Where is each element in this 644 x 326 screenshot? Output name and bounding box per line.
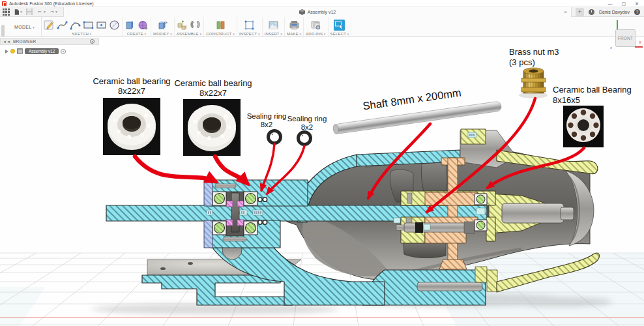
assembly-root-item[interactable]: Assembly v12 <box>25 48 59 54</box>
bottom-rod <box>417 282 482 291</box>
new-tab-button[interactable]: + <box>576 8 584 16</box>
label-seal1-line1: Sealing ring <box>247 112 287 120</box>
browser-root-row[interactable]: Assembly v12 <box>0 48 99 54</box>
ribbon-group-inspect: INSPECT <box>237 17 263 37</box>
view-cube[interactable]: FRONT X z <box>611 26 643 53</box>
group-label-insert[interactable]: INSERT <box>265 32 282 36</box>
label-seal2-line2: 8x2 <box>301 123 314 131</box>
group-label-select[interactable]: SELECT <box>330 32 349 36</box>
rectangle-tool-icon[interactable] <box>83 20 94 31</box>
group-label-modify[interactable]: MODIFY <box>153 32 172 36</box>
press-pull-icon[interactable] <box>157 20 168 31</box>
group-label-create[interactable]: CREATE <box>127 32 146 36</box>
joint-icon[interactable] <box>190 20 201 31</box>
minimize-button[interactable]: — <box>608 0 613 7</box>
new-body-icon[interactable] <box>124 20 136 31</box>
axis-x-label: X <box>639 40 641 44</box>
title-bar: Autodesk Fusion 360 (Education License) … <box>0 0 644 7</box>
visibility-bulb-icon[interactable] <box>10 49 15 53</box>
construction-plane-icon[interactable] <box>215 20 226 31</box>
label-bearing2-line2: 8x22x7 <box>199 88 227 98</box>
tab-close-button[interactable]: × <box>564 9 567 15</box>
center-rectangle-tool-icon[interactable] <box>96 20 107 31</box>
save-button[interactable] <box>26 8 35 16</box>
workspace-label: MODEL <box>14 25 35 29</box>
close-button[interactable]: ✕ <box>635 0 639 7</box>
small-bearing-section <box>475 194 487 231</box>
panel-handle[interactable] <box>1 25 5 37</box>
brass-nut-section <box>415 222 423 233</box>
bearing-photo-1 <box>103 98 160 155</box>
addins-icon[interactable] <box>310 20 321 31</box>
job-status-icon[interactable] <box>589 9 594 15</box>
label-bearing1-line1: Ceramic ball bearing <box>93 76 170 86</box>
tab-bar: ▼ ▼ ▼ Assembly v12 × + Denis Davydov ? <box>0 7 644 17</box>
undo-button[interactable]: ▼ <box>38 8 46 16</box>
axis-y-line <box>617 20 618 29</box>
cube-icon <box>299 9 305 15</box>
label-nut-line1: Brass nut m3 <box>509 47 559 57</box>
ribbon-group-make: MAKE <box>285 17 304 37</box>
label-bearing2-line1: Ceramic ball bearing <box>174 78 252 88</box>
document-tab[interactable]: Assembly v12 × <box>63 7 572 17</box>
group-label-sketch[interactable]: SKETCH <box>72 32 92 36</box>
select-tool-icon[interactable] <box>334 20 345 31</box>
label-nut-line2: (3 pcs) <box>509 57 535 67</box>
circle-tool-icon[interactable] <box>109 20 120 31</box>
label-bearing1-line2: 8x22x7 <box>118 86 145 96</box>
quick-access-toolbar: ▼ ▼ ▼ <box>0 8 58 16</box>
user-account[interactable]: Denis Davydov <box>599 10 630 14</box>
new-component-icon[interactable] <box>177 20 188 31</box>
ribbon-group-sketch: SKETCH <box>42 17 123 37</box>
axis-z-label: z <box>610 46 612 50</box>
ribbon-group-modify: MODIFY <box>151 17 175 37</box>
fusion-logo-icon <box>2 1 7 6</box>
label-bearing3-line2: 8x16x5 <box>553 95 580 105</box>
axis-x-line <box>635 46 643 48</box>
browser-header[interactable]: ◄◄ BROWSER <box>0 38 99 45</box>
label-seal2-line1: Sealing ring <box>287 115 327 123</box>
group-label-addins[interactable]: ADD-INS <box>306 32 325 36</box>
motor-cylinder <box>502 203 564 223</box>
activate-radio-icon[interactable] <box>61 49 66 54</box>
ribbon-toolbar: MODEL SKETCH CREATE MODIFY ASSEMBLE <box>0 17 644 37</box>
ribbon-group-insert: INSERT <box>263 17 285 37</box>
app-grid-icon[interactable] <box>3 8 11 16</box>
viewport-canvas[interactable]: Ceramic ball bearing 8x22x7 Ceramic ball… <box>0 37 644 326</box>
ribbon-group-create: CREATE <box>123 17 151 37</box>
ribbon-group-select: SELECT <box>329 17 352 37</box>
3d-print-icon[interactable] <box>289 20 300 31</box>
bearing-photo-3 <box>563 106 604 147</box>
ribbon-group-assemble: ASSEMBLE <box>175 17 204 37</box>
window-title: Autodesk Fusion 360 (Education License) <box>9 1 94 6</box>
measure-icon[interactable] <box>244 20 255 31</box>
bearing-photo-2 <box>183 99 241 156</box>
spline-icon[interactable] <box>57 20 68 31</box>
create-sketch-icon[interactable] <box>44 20 55 31</box>
group-label-assemble[interactable]: ASSEMBLE <box>177 32 201 36</box>
label-bearing3-line1: Ceramic ball Bearing <box>553 85 632 95</box>
component-icon <box>17 48 23 54</box>
arc-icon[interactable] <box>70 20 81 31</box>
browser-panel: ◄◄ BROWSER Assembly v12 <box>0 38 99 54</box>
label-seal1-line2: 8x2 <box>261 121 273 128</box>
workspace-switcher[interactable]: MODEL <box>8 17 42 37</box>
help-button[interactable]: ? <box>634 9 640 15</box>
browser-collapse-icon[interactable]: ◄◄ <box>3 40 10 44</box>
browser-settings-icon[interactable] <box>90 39 95 44</box>
expand-arrow-icon[interactable] <box>5 50 8 53</box>
maximize-button[interactable]: ▢ <box>622 0 626 7</box>
ribbon-group-construct: CONSTRUCT <box>204 17 237 37</box>
group-label-make[interactable]: MAKE <box>287 32 301 36</box>
insert-image-icon[interactable] <box>268 20 279 31</box>
file-menu-button[interactable]: ▼ <box>14 8 23 16</box>
browser-title: BROWSER <box>13 39 90 44</box>
group-label-inspect[interactable]: INSPECT <box>239 32 260 36</box>
viewcube-front-face[interactable]: FRONT <box>615 29 636 47</box>
group-label-construct[interactable]: CONSTRUCT <box>206 32 235 36</box>
document-tab-title: Assembly v12 <box>308 10 336 14</box>
ribbon-group-addins: ADD-INS <box>304 17 328 37</box>
viewcube-face-label: FRONT <box>618 36 633 40</box>
redo-button[interactable]: ▼ <box>50 8 58 16</box>
form-sphere-icon[interactable] <box>138 20 149 31</box>
